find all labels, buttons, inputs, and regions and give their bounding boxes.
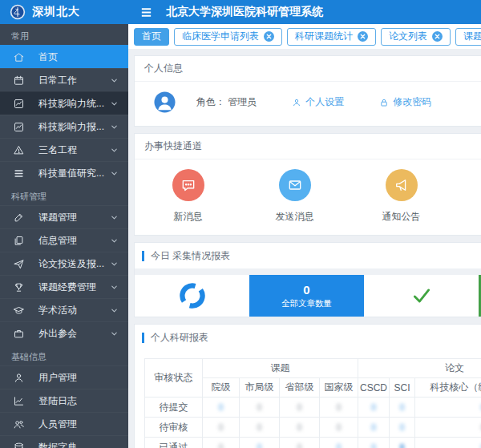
sidebar-section-label: 常用 — [0, 24, 128, 45]
close-icon[interactable] — [432, 31, 443, 42]
tab[interactable]: 科研课题统计 — [287, 28, 376, 46]
sidebar-item[interactable]: 日常工作 — [0, 68, 128, 91]
main-area: 首页临床医学申请列表科研课题统计论文列表课题费用报表用户列表 个人信息 角色： … — [128, 24, 481, 448]
sidebar-item-label: 外出参会 — [38, 327, 110, 341]
report-cell[interactable]: 0 — [203, 398, 240, 418]
blurred-value: 0 — [371, 422, 376, 432]
blurred-value: 0 — [218, 442, 223, 448]
report-cell[interactable]: 0 — [415, 398, 481, 418]
graduation-cap-icon — [13, 305, 25, 317]
tab-label: 科研课题统计 — [295, 30, 353, 43]
quick-channel-item[interactable]: 发送消息 — [241, 169, 348, 224]
change-password-link[interactable]: 修改密码 — [379, 95, 431, 109]
chevron-down-icon — [110, 99, 119, 108]
accent-bar — [142, 251, 144, 261]
header-main: 北京大学深圳医院科研管理系统 — [128, 0, 481, 24]
report-cell[interactable]: 0 — [280, 398, 320, 418]
report-cell[interactable]: 0 — [203, 438, 240, 448]
sidebar-item[interactable]: 人员管理 — [0, 412, 128, 435]
quick-channel-label: 通知公告 — [382, 210, 421, 224]
sidebar-item[interactable]: 课题管理 — [0, 205, 128, 228]
tab[interactable]: 论文列表 — [381, 28, 451, 46]
blurred-value: 0 — [218, 422, 223, 432]
tab-active[interactable]: 首页 — [134, 28, 169, 46]
chevron-down-icon — [110, 146, 119, 155]
blurred-value: 0 — [399, 422, 404, 432]
sidebar-item[interactable]: 科技影响力报... — [0, 115, 128, 138]
brand-name: 深圳北大 — [32, 5, 80, 19]
tab[interactable]: 课题费用报表 — [455, 28, 481, 46]
sidebar-item[interactable]: 外出参会 — [0, 321, 128, 345]
sidebar-item[interactable]: 数据字典 — [0, 435, 128, 448]
trophy-icon — [13, 281, 25, 293]
quick-channel-item[interactable]: 通知公告 — [348, 169, 455, 224]
blurred-value: 0 — [257, 442, 261, 448]
tab-label: 临床医学申请列表 — [182, 30, 259, 43]
sidebar-item[interactable]: 学术活动 — [0, 298, 128, 321]
report-cell[interactable]: 0 — [320, 398, 358, 418]
check-icon[interactable] — [364, 275, 479, 317]
report-cell[interactable]: 0 — [240, 398, 280, 418]
report-cell[interactable]: 0 — [415, 418, 481, 438]
research-report-title: 个人科研报表 — [151, 331, 208, 345]
chevron-down-icon — [110, 306, 119, 315]
report-cell[interactable]: 0 — [320, 438, 358, 448]
sidebar-item-label: 三名工程 — [38, 143, 110, 157]
chevron-down-icon — [110, 283, 119, 292]
blurred-value: 0 — [297, 422, 301, 432]
sidebar-item[interactable]: 登陆日志 — [0, 389, 128, 412]
table-column-header: 国家级 — [320, 378, 358, 398]
report-cell[interactable]: 0 — [320, 418, 358, 438]
sidebar-item-label: 课题经费管理 — [38, 281, 110, 294]
table-corner-header: 审核状态 — [145, 359, 203, 398]
report-cell[interactable]: 0 — [358, 438, 390, 448]
briefcase-icon — [13, 328, 25, 340]
report-cell[interactable]: 0 — [358, 398, 390, 418]
report-cell[interactable]: 0 — [240, 418, 280, 438]
report-cell[interactable]: 0 — [390, 438, 415, 448]
app-title: 北京大学深圳医院科研管理系统 — [166, 5, 323, 19]
report-cell[interactable]: 0 — [358, 418, 390, 438]
sidebar-item[interactable]: 科技影响力统... — [0, 91, 128, 115]
sidebar-item[interactable]: 信息管理 — [0, 228, 128, 252]
report-cell[interactable]: 0 — [280, 418, 320, 438]
stat-total-articles[interactable]: 0全部文章数量 — [249, 275, 364, 317]
close-icon[interactable] — [264, 31, 274, 42]
report-cell[interactable]: 0 — [390, 398, 415, 418]
blurred-value: 0 — [371, 442, 376, 448]
report-cell[interactable]: 0 — [415, 438, 481, 448]
today-report-card: 今日 采集情况报表 0全部文章数量 — [134, 242, 481, 317]
chevron-down-icon — [110, 169, 119, 178]
blurred-value: 0 — [336, 402, 341, 412]
sidebar-item[interactable]: 科技量值研究... — [0, 161, 128, 184]
top-header: 深圳北大 北京大学深圳医院科研管理系统 — [0, 0, 481, 24]
blurred-value: 0 — [336, 422, 341, 432]
tab[interactable]: 临床医学申请列表 — [174, 28, 282, 46]
close-icon[interactable] — [358, 31, 368, 42]
report-cell[interactable]: 0 — [203, 418, 240, 438]
chevron-down-icon — [110, 123, 119, 131]
sidebar-item-label: 课题管理 — [38, 211, 110, 224]
report-cell[interactable]: 0 — [240, 438, 280, 448]
warning-icon — [13, 144, 25, 156]
sidebar-item-label: 学术活动 — [38, 304, 110, 317]
today-report-title: 今日 采集情况报表 — [151, 249, 230, 263]
stat-value: 0 — [303, 283, 309, 297]
report-cell[interactable]: 0 — [390, 418, 415, 438]
quick-channels-body: 新消息发送消息通知公告 — [135, 159, 481, 235]
quick-channel-item[interactable]: 新消息 — [135, 169, 241, 224]
research-report-table-wrap: 审核状态课题论文院级市局级省部级国家级CSCDSCI科技核心（统计源）期刊 待提… — [135, 350, 481, 448]
quick-channel-label: 发送消息 — [276, 210, 314, 224]
sidebar-item[interactable]: 课题经费管理 — [0, 275, 128, 298]
spinner-icon[interactable] — [135, 275, 249, 317]
personal-settings-link[interactable]: 个人设置 — [292, 95, 344, 109]
sidebar-item[interactable]: 论文投送及报... — [0, 252, 128, 275]
menu-toggle-icon[interactable] — [139, 6, 153, 19]
sidebar-item[interactable]: 首页 — [0, 45, 128, 68]
megaphone-icon — [386, 169, 418, 201]
sidebar-item[interactable]: 用户管理 — [0, 365, 128, 389]
sidebar-item-label: 科技影响力报... — [38, 120, 110, 134]
report-cell[interactable]: 0 — [280, 438, 320, 448]
sidebar-item[interactable]: 三名工程 — [0, 138, 128, 161]
sidebar-item-label: 论文投送及报... — [38, 257, 110, 271]
